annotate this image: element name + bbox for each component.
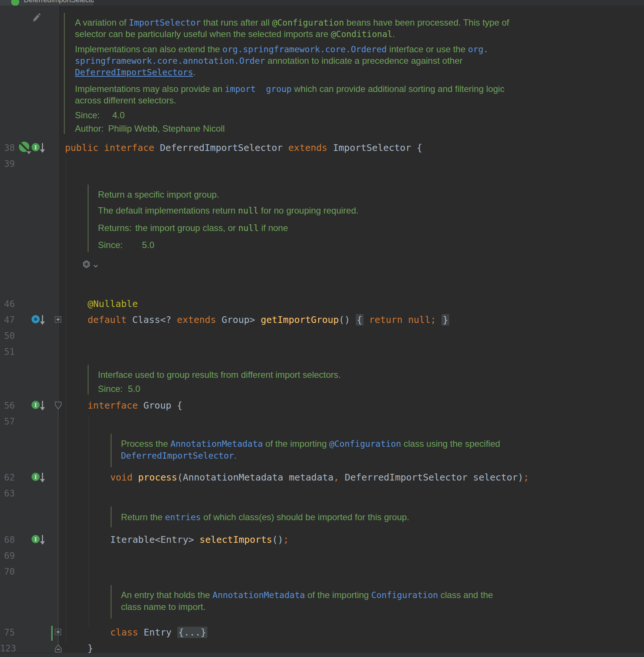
line-number-123: 123 <box>0 643 15 654</box>
doc-text: which can provide additional sorting and… <box>292 84 505 94</box>
implemented-icon[interactable]: I <box>31 471 47 487</box>
file-modified-dot-icon <box>11 0 19 6</box>
doc-text: beans have been processed. This type of <box>344 17 509 27</box>
code-token: Group> <box>221 314 260 325</box>
code-line-68[interactable]: Iterable<Entry> selectImports(); <box>110 534 289 546</box>
implemented-icon[interactable]: I <box>31 141 47 157</box>
doc-code-ref[interactable]: @Configuration <box>329 439 401 449</box>
svg-text:I: I <box>34 536 37 543</box>
entry-class-javadoc-bar <box>111 585 112 618</box>
code-line-56[interactable]: interface Group { <box>88 400 183 412</box>
code-token: } <box>88 643 93 654</box>
doc-render-settings-icon[interactable] <box>82 260 91 271</box>
doc-code-ref[interactable]: org.springframework.core.Ordered <box>223 44 387 54</box>
code-line-46[interactable]: @Nullable <box>88 298 138 310</box>
class-javadoc-line: Author:Phillip Webb, Stephane Nicoll <box>75 123 225 134</box>
select-imports-javadoc-bar <box>111 506 112 527</box>
doc-text: Interface used to group results from dif… <box>98 370 341 380</box>
code-token <box>436 314 441 325</box>
doc-code-ref[interactable]: AnnotationMetadata <box>170 439 263 449</box>
doc-text: class using the specified <box>401 439 500 449</box>
code-token: Entry <box>144 627 177 638</box>
fold-expand-icon[interactable] <box>55 316 62 325</box>
line-number-69: 69 <box>0 550 15 562</box>
edit-javadoc-icon[interactable] <box>31 13 42 25</box>
doc-text: . <box>193 67 196 77</box>
doc-text: A variation of <box>75 17 129 27</box>
code-line-38[interactable]: public interface DeferredImportSelector … <box>65 142 422 154</box>
process-method-javadoc-line: DeferredImportSelector. <box>121 450 236 461</box>
fold-collapse-icon[interactable] <box>55 401 62 412</box>
doc-text: of the importing <box>263 439 329 449</box>
svg-text:I: I <box>34 474 37 481</box>
doc-text: The default implementations return <box>98 205 238 215</box>
code-line-62[interactable]: void process(AnnotationMetadata metadata… <box>110 472 529 483</box>
doc-text: that runs after all <box>201 17 272 27</box>
code-token: class <box>110 627 144 638</box>
code-token: (AnnotationMetadata metadata <box>177 472 334 483</box>
file-tab-label: DeferredImportSelector.java <box>24 0 94 4</box>
doc-code-ref[interactable]: org. <box>468 44 488 54</box>
code-line-123[interactable]: } <box>88 643 93 654</box>
fold-expand-icon[interactable] <box>55 628 62 637</box>
code-token: , <box>334 472 339 483</box>
code-token: void <box>110 472 138 483</box>
folded-region[interactable]: { <box>356 314 364 326</box>
doc-code-ref[interactable]: entries <box>165 512 201 522</box>
code-token: DeferredImportSelector selector) <box>339 472 523 483</box>
doc-text: 4.0 <box>112 110 125 120</box>
folded-region[interactable]: } <box>441 314 449 326</box>
doc-code-ref[interactable]: springframework.core.annotation.Order <box>75 56 265 66</box>
doc-link[interactable]: DeferredImportSelectors <box>75 67 193 77</box>
status-bar-edge <box>0 653 644 657</box>
active-file-tab[interactable]: DeferredImportSelector.java <box>0 0 94 6</box>
line-number-68: 68 <box>0 534 15 546</box>
process-method-javadoc-bar <box>111 434 112 467</box>
code-token: interface <box>104 142 160 153</box>
doc-code-ref[interactable]: import group <box>225 84 292 94</box>
doc-text: class name to import. <box>121 602 206 612</box>
class-javadoc-line: across different selectors. <box>75 95 176 106</box>
code-line-47[interactable]: default Class<? extends Group> getImport… <box>88 314 449 326</box>
get-import-group-javadoc-line: Since:5.0 <box>98 240 154 251</box>
class-javadoc-line: A variation of ImportSelector that runs … <box>75 17 509 28</box>
line-number-38: 38 <box>0 142 15 154</box>
doc-code-ref[interactable]: AnnotationMetadata <box>213 590 305 600</box>
get-import-group-javadoc-bar <box>88 185 89 252</box>
class-javadoc-line: Implementations can also extend the org.… <box>75 44 489 55</box>
class-javadoc-line: Implementations may also provide an impo… <box>75 83 505 95</box>
doc-code-snippet: null <box>238 223 259 233</box>
doc-text: for no grouping required. <box>259 205 359 215</box>
code-line-75[interactable]: class Entry {...} <box>110 627 207 638</box>
class-javadoc-bar <box>64 13 65 134</box>
doc-text: Phillip Webb, Stephane Nicoll <box>108 123 224 133</box>
doc-text: if none <box>259 223 288 233</box>
fold-end-icon[interactable] <box>55 644 62 654</box>
doc-code-ref[interactable]: DeferredImportSelector <box>121 451 234 460</box>
chevron-down-icon[interactable] <box>93 263 99 270</box>
implemented-icon[interactable]: I <box>31 399 47 415</box>
folded-region[interactable]: {...} <box>177 627 207 638</box>
implemented-icon[interactable]: I <box>31 533 47 549</box>
class-javadoc-line: selector can be particularly useful when… <box>75 29 395 40</box>
entry-class-javadoc-line: An entry that holds the AnnotationMetada… <box>121 590 493 601</box>
doc-text: the import group class, or <box>135 223 238 233</box>
code-token: return <box>369 314 408 325</box>
doc-code-ref[interactable]: Configuration <box>371 590 438 600</box>
code-token: ; <box>523 472 529 483</box>
code-token: selectImports <box>200 534 272 545</box>
line-number-46: 46 <box>0 298 15 310</box>
group-interface-javadoc-line: Interface used to group results from dif… <box>98 369 341 380</box>
code-token: null <box>408 314 430 325</box>
doc-code-ref[interactable]: ImportSelector <box>129 18 201 27</box>
doc-text: class and the <box>438 590 493 600</box>
editor-tab-bar: DeferredImportSelector.java <box>0 0 644 6</box>
class-javadoc-line: Since:4.0 <box>75 110 125 121</box>
get-import-group-javadoc-line: Return a specific import group. <box>98 189 219 200</box>
doc-text: of which class(es) should be imported fo… <box>201 512 410 522</box>
fold-range-line <box>58 407 58 647</box>
doc-text: across different selectors. <box>75 95 176 105</box>
line-number-56: 56 <box>0 400 15 412</box>
overridden-icon[interactable] <box>31 313 47 329</box>
select-imports-javadoc-line: Return the entries of which class(es) sh… <box>121 512 409 523</box>
